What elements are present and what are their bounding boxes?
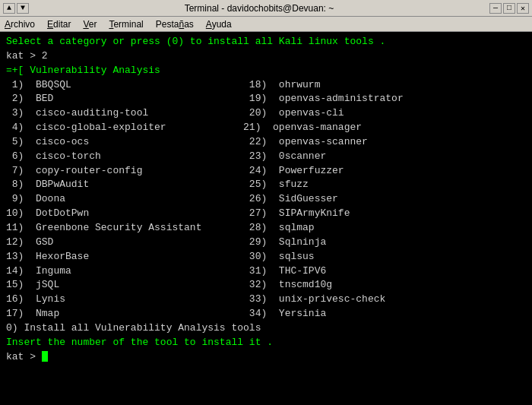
terminal-line: =+[ Vulnerability Analysis	[6, 64, 526, 78]
terminal-line: 12) GSD 29) Sqlninja	[6, 236, 526, 250]
titlebar-minimize-btn[interactable]: —	[489, 3, 502, 14]
terminal-cursor	[42, 351, 48, 362]
menu-pestanas[interactable]: Pestañas	[154, 19, 195, 30]
menubar: Archivo Editar Ver Terminal Pestañas Ayu…	[0, 17, 532, 32]
terminal-line: 14) Inguma 31) THC-IPV6	[6, 264, 526, 279]
menu-editar[interactable]: Editar	[46, 19, 72, 30]
terminal-line: 16) Lynis 33) unix-privesc-check	[6, 293, 526, 307]
terminal-line: Select a category or press (0) to instal…	[6, 35, 526, 49]
terminal-line: 6) cisco-torch 23) 0scanner	[6, 150, 526, 164]
titlebar-up-btn[interactable]: ▲	[3, 3, 15, 14]
menu-archivo[interactable]: Archivo	[3, 19, 36, 30]
menu-ver[interactable]: Ver	[81, 19, 98, 30]
terminal-window[interactable]: Select a category or press (0) to instal…	[0, 32, 532, 405]
terminal-line: 2) BED 19) openvas-administrator	[6, 92, 526, 106]
terminal-line: kat > 2	[6, 49, 526, 64]
titlebar-maximize-btn[interactable]: □	[503, 3, 515, 14]
terminal-line: 17) Nmap 34) Yersinia	[6, 307, 526, 321]
menu-ayuda[interactable]: Ayuda	[204, 19, 233, 30]
terminal-line: 1) BBQSQL 18) ohrwurm	[6, 78, 526, 93]
terminal-line: 4) cisco-global-exploiter 21) openvas-ma…	[6, 121, 526, 135]
menu-terminal[interactable]: Terminal	[107, 19, 144, 30]
titlebar-title: Terminal - davidochobits@Devuan: ~	[29, 3, 489, 14]
terminal-line: 15) jSQL 32) tnscmd10g	[6, 278, 526, 293]
terminal-line: 10) DotDotPwn 27) SIPArmyKnife	[6, 207, 526, 221]
terminal-line: 13) HexorBase 30) sqlsus	[6, 250, 526, 264]
terminal-line: 5) cisco-ocs 22) openvas-scanner	[6, 135, 526, 150]
terminal-line: 8) DBPwAudit 25) sfuzz	[6, 178, 526, 192]
titlebar: ▲ ▼ Terminal - davidochobits@Devuan: ~ —…	[0, 0, 532, 17]
terminal-line: 0) Install all Vulnerability Analysis to…	[6, 321, 526, 336]
titlebar-close-btn[interactable]: ✕	[517, 3, 529, 14]
titlebar-left-controls: ▲ ▼	[3, 3, 29, 14]
terminal-line: 3) cisco-auditing-tool 20) openvas-cli	[6, 106, 526, 121]
titlebar-controls: — □ ✕	[489, 3, 529, 14]
terminal-line: 7) copy-router-config 24) Powerfuzzer	[6, 164, 526, 179]
terminal-line: 9) Doona 26) SidGuesser	[6, 192, 526, 207]
terminal-line: 11) Greenbone Security Assistant 28) sql…	[6, 221, 526, 236]
terminal-line: kat >	[6, 350, 526, 365]
titlebar-down-btn[interactable]: ▼	[17, 3, 29, 14]
terminal-line: Insert the number of the tool to install…	[6, 336, 526, 350]
